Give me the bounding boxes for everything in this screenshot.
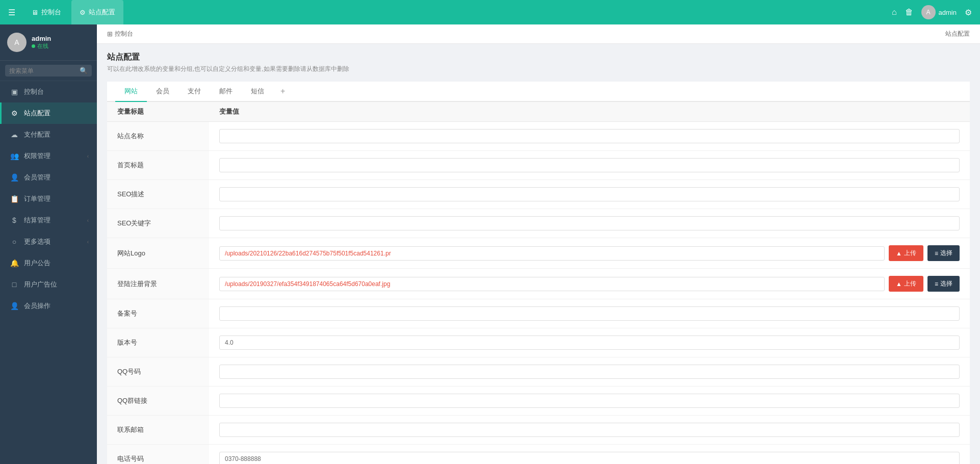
- adslot-menu-icon: □: [10, 280, 19, 289]
- tab-siteconfig-label: 站点配置: [89, 8, 115, 17]
- site-name-input[interactable]: [219, 129, 960, 143]
- table-row: 版本号: [107, 328, 970, 357]
- seo-desc-input[interactable]: [219, 187, 960, 201]
- settings-icon[interactable]: ⚙: [965, 8, 972, 17]
- row-value-seo-desc: [209, 180, 970, 209]
- status-label: 在线: [37, 42, 48, 50]
- more-menu-icon: ○: [10, 238, 19, 246]
- sidebar-username: admin: [32, 35, 51, 42]
- row-label-login-bg: 登陆注册背景: [107, 269, 209, 299]
- memberop-menu-icon: 👤: [10, 302, 19, 310]
- search-icon[interactable]: 🔍: [80, 67, 88, 74]
- sidebar-item-finance[interactable]: $ 结算管理 ‹: [0, 210, 97, 231]
- row-label-home-title: 首页标题: [107, 151, 209, 180]
- select-icon2: ≡: [935, 280, 938, 288]
- sidebar-item-member-label: 会员管理: [24, 173, 50, 182]
- admin-label: admin: [939, 9, 957, 16]
- row-value-record: [209, 299, 970, 328]
- version-input[interactable]: [219, 336, 960, 350]
- sidebar-menu: ▣ 控制台 ⚙ 站点配置 ☁ 支付配置 👥 权限管理: [0, 81, 97, 464]
- sidebar-item-siteconfig[interactable]: ⚙ 站点配置: [0, 102, 97, 124]
- tab-mail[interactable]: 邮件: [210, 82, 242, 102]
- email-input[interactable]: [219, 423, 960, 437]
- table-row: 联系邮箱: [107, 416, 970, 445]
- admin-area[interactable]: A admin: [921, 5, 957, 19]
- row-value-qq-group: [209, 386, 970, 416]
- sidebar: A admin 在线 🔍 ▣ 控制台: [0, 24, 97, 464]
- row-value-home-title: [209, 151, 970, 180]
- table-row: SEO描述: [107, 180, 970, 209]
- table-header-row: 变量标题 变量值: [107, 102, 970, 122]
- sidebar-item-payconfig[interactable]: ☁ 支付配置: [0, 124, 97, 145]
- sidebar-item-memberop[interactable]: 👤 会员操作: [0, 295, 97, 317]
- avatar: A: [7, 33, 27, 52]
- tab-website[interactable]: 网站: [115, 82, 147, 102]
- sidebar-item-memberop-left: 👤 会员操作: [10, 301, 50, 311]
- siteconfig-menu-icon: ⚙: [10, 109, 19, 117]
- home-title-input[interactable]: [219, 158, 960, 172]
- table-row: 网站Logo ▲ 上传 ≡ 选择: [107, 238, 970, 269]
- table-row: 登陆注册背景 ▲ 上传 ≡ 选择: [107, 269, 970, 299]
- console-icon: 🖥: [32, 9, 38, 16]
- order-menu-icon: 📋: [10, 195, 19, 203]
- col-header-value: 变量值: [209, 102, 970, 122]
- trash-icon[interactable]: 🗑: [905, 8, 913, 17]
- table-row: 站点名称: [107, 122, 970, 151]
- sidebar-item-console[interactable]: ▣ 控制台: [0, 81, 97, 102]
- record-input[interactable]: [219, 306, 960, 321]
- qq-group-input[interactable]: [219, 394, 960, 408]
- login-bg-upload-button[interactable]: ▲ 上传: [889, 276, 923, 292]
- tab-add-button[interactable]: +: [273, 82, 292, 101]
- sidebar-item-adslot[interactable]: □ 用户广告位: [0, 274, 97, 295]
- sidebar-item-console-left: ▣ 控制台: [10, 87, 44, 96]
- row-value-qq: [209, 357, 970, 386]
- search-input[interactable]: [9, 67, 80, 74]
- site-logo-input[interactable]: [219, 246, 885, 261]
- sidebar-item-more[interactable]: ○ 更多选项 ‹: [0, 231, 97, 252]
- login-bg-select-button[interactable]: ≡ 选择: [927, 276, 960, 292]
- sidebar-item-order[interactable]: 📋 订单管理: [0, 188, 97, 210]
- row-value-login-bg: ▲ 上传 ≡ 选择: [209, 269, 970, 299]
- row-value-site-name: [209, 122, 970, 151]
- top-nav: ☰ 🖥 控制台 ⚙ 站点配置 ⌂ 🗑 A admin ⚙: [0, 0, 980, 24]
- page-title: 站点配置: [107, 52, 970, 63]
- phone-input[interactable]: [219, 452, 960, 464]
- select-label2: 选择: [940, 279, 952, 288]
- admin-avatar-top: A: [921, 5, 936, 19]
- sidebar-item-notice[interactable]: 🔔 用户公告: [0, 252, 97, 274]
- tab-console[interactable]: 🖥 控制台: [23, 0, 69, 24]
- tab-sms[interactable]: 短信: [242, 82, 273, 102]
- finance-chevron-icon: ‹: [87, 218, 89, 223]
- login-bg-input[interactable]: [219, 277, 885, 291]
- site-logo-select-button[interactable]: ≡ 选择: [927, 245, 960, 261]
- select-icon: ≡: [935, 250, 938, 257]
- row-label-seo-desc: SEO描述: [107, 180, 209, 209]
- home-icon[interactable]: ⌂: [892, 8, 897, 17]
- more-chevron-icon: ‹: [87, 239, 89, 245]
- row-label-email: 联系邮箱: [107, 416, 209, 445]
- user-info: admin 在线: [32, 35, 51, 50]
- sidebar-item-member[interactable]: 👤 会员管理: [0, 167, 97, 188]
- breadcrumb-bar: ⊞ 控制台 站点配置: [97, 24, 980, 44]
- qq-input[interactable]: [219, 365, 960, 379]
- table-row: 电话号码: [107, 445, 970, 465]
- row-label-site-name: 站点名称: [107, 122, 209, 151]
- row-label-seo-keyword: SEO关键字: [107, 209, 209, 238]
- site-logo-file-row: ▲ 上传 ≡ 选择: [219, 245, 960, 261]
- main: ⊞ 控制台 站点配置 站点配置 可以在此增改系统的变量和分组,也可以自定义分组和…: [97, 24, 980, 464]
- login-bg-file-row: ▲ 上传 ≡ 选择: [219, 276, 960, 292]
- tab-pay[interactable]: 支付: [178, 82, 210, 102]
- auth-menu-icon: 👥: [10, 152, 19, 160]
- site-logo-upload-button[interactable]: ▲ 上传: [889, 245, 923, 261]
- payconfig-menu-icon: ☁: [10, 131, 19, 139]
- status-dot: [32, 44, 35, 48]
- row-value-site-logo: ▲ 上传 ≡ 选择: [209, 238, 970, 269]
- seo-keyword-input[interactable]: [219, 216, 960, 230]
- tab-console-label: 控制台: [41, 8, 61, 17]
- sidebar-item-auth[interactable]: 👥 权限管理 ‹: [0, 145, 97, 167]
- hamburger-icon[interactable]: ☰: [8, 8, 15, 17]
- tab-member[interactable]: 会员: [147, 82, 178, 102]
- upload-icon: ▲: [896, 250, 902, 257]
- sidebar-item-memberop-label: 会员操作: [24, 301, 50, 311]
- tab-siteconfig[interactable]: ⚙ 站点配置: [71, 0, 123, 24]
